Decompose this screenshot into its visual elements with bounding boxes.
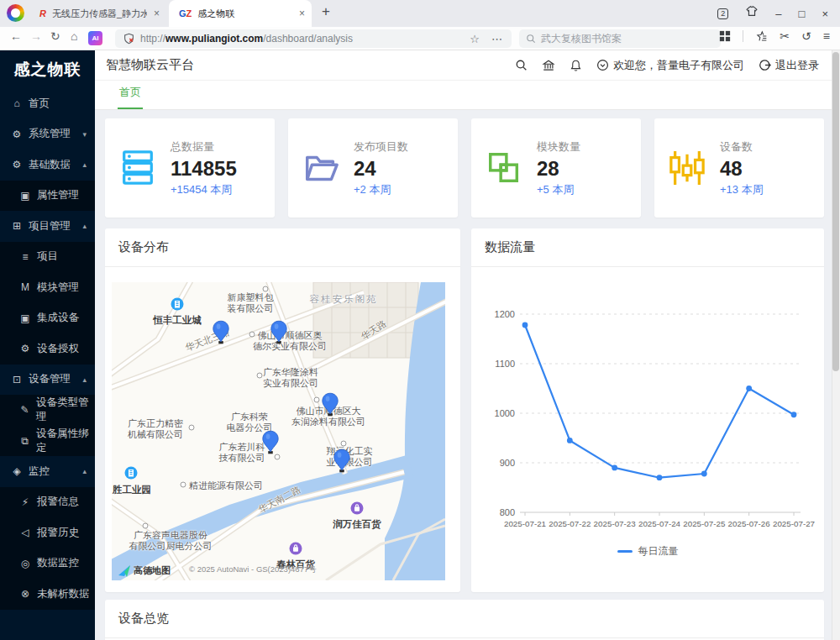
address-bar[interactable]: http://www.puliangiot.com/dashboard/anal…: [115, 29, 512, 48]
welcome-user[interactable]: 欢迎您，普量电子有限公司: [596, 58, 744, 73]
maximize-button[interactable]: □: [799, 8, 806, 20]
svg-text:2025-07-27: 2025-07-27: [773, 519, 815, 528]
device-marker-icon[interactable]: [270, 320, 288, 349]
app-logo[interactable]: 感之物联: [0, 50, 95, 88]
tab-close-icon[interactable]: ×: [299, 8, 305, 19]
browser-tab-strip: R无线压力传感器_静力水准仪_×GZ感之物联× + 2 – □ ×: [0, 0, 840, 27]
minimize-button[interactable]: –: [775, 8, 781, 20]
sidebar-item-label: 集成设备: [37, 311, 79, 325]
platform-title: 智慧物联云平台: [106, 57, 515, 73]
amap-logo: 高德地图: [118, 564, 171, 577]
screenshot-scissors-icon[interactable]: ✂: [780, 29, 790, 43]
ai-assistant-icon[interactable]: AI: [88, 31, 102, 45]
data-traffic-panel: 数据流量 8009001000110012002025-07-212025-07…: [471, 228, 824, 592]
device-marker-icon[interactable]: [333, 449, 351, 477]
sidebar-item-label: 设备类型管理: [36, 396, 95, 424]
url-more-icon[interactable]: ⋯: [491, 33, 503, 45]
stat-delta: +15454 本周: [171, 182, 237, 197]
sidebar-item-项目[interactable]: ≡项目: [0, 242, 95, 273]
pen-icon: ✎: [19, 404, 30, 416]
refresh-button[interactable]: ↻: [50, 29, 60, 43]
traffic-chart[interactable]: 8009001000110012002025-07-212025-07-2220…: [471, 267, 824, 543]
svg-text:1100: 1100: [495, 359, 515, 369]
browser-logo-icon[interactable]: [7, 4, 24, 22]
map-poi-label: 广东容声电器股份有限公司厨电分公司: [129, 530, 213, 552]
apps-grid-icon[interactable]: [719, 30, 731, 42]
svg-text:2025-07-23: 2025-07-23: [594, 519, 637, 528]
tab-favicon: R: [39, 8, 46, 18]
sidebar-item-label: 监控: [29, 464, 50, 479]
browser-tab[interactable]: R无线压力传感器_静力水准仪_×: [29, 0, 166, 27]
tab-close-icon[interactable]: ×: [154, 8, 160, 19]
tab-favicon: GZ: [179, 8, 192, 18]
folder-icon: [288, 149, 354, 187]
search-placeholder: 武大复核图书馆案: [541, 32, 622, 46]
map-poi-dot: [143, 523, 149, 529]
undo-icon[interactable]: ↺: [801, 29, 811, 43]
sidebar-item-报警历史[interactable]: ◁报警历史: [0, 517, 95, 548]
device-marker-icon[interactable]: [212, 320, 230, 349]
svg-text:2025-07-22: 2025-07-22: [549, 519, 591, 528]
home-button[interactable]: ⌂: [71, 29, 77, 43]
map-poi-label: 容桂安乐阁苑: [310, 294, 378, 305]
sidebar-item-设备授权[interactable]: ⚙设备授权: [0, 333, 95, 365]
shield-icon[interactable]: [123, 33, 134, 45]
sidebar-item-label: 设备管理: [29, 372, 71, 386]
new-tab-button[interactable]: +: [322, 3, 330, 20]
sidebar-item-集成设备[interactable]: ▣集成设备: [0, 303, 95, 334]
svg-text:1200: 1200: [495, 309, 515, 319]
sidebar-item-设备属性绑定[interactable]: ⧉设备属性绑定: [0, 426, 95, 457]
tab-count-badge[interactable]: 2: [717, 8, 728, 19]
sidebar-item-未解析数据[interactable]: ⊗未解析数据: [0, 579, 95, 610]
svg-text:800: 800: [500, 507, 515, 517]
notification-bell-icon[interactable]: [570, 59, 582, 72]
logout-button[interactable]: 退出登录: [759, 58, 819, 73]
list-icon: ≡: [19, 251, 31, 263]
map-poi-dot: [189, 425, 195, 431]
chart-legend[interactable]: 每日流量: [471, 544, 824, 559]
gear-icon: ⚙: [11, 159, 23, 170]
sidebar-item-项目管理[interactable]: ⊞项目管理▴: [0, 211, 95, 242]
svg-text:2025-07-25: 2025-07-25: [683, 519, 726, 528]
page-scrollbar[interactable]: [832, 50, 840, 640]
browser-tab[interactable]: GZ感之物联×: [169, 0, 312, 27]
collect-star-icon[interactable]: [755, 30, 768, 42]
device-map[interactable]: 新康塑料包装有限公司容桂安乐阁苑恒丰工业城华天北三路华天路佛山市顺德区奥德尔实业…: [112, 282, 445, 580]
forward-button[interactable]: →: [30, 29, 42, 43]
map-poi-label: 广东正力精密机械有限公司: [128, 418, 183, 440]
sidebar-item-属性管理[interactable]: ▣属性管理: [0, 181, 95, 212]
tab-home[interactable]: 首页: [118, 85, 143, 109]
sidebar-item-数据监控[interactable]: ◎数据监控: [0, 548, 95, 580]
sidebar-item-模块管理[interactable]: M模块管理: [0, 272, 95, 303]
sidebar-item-label: 基础数据: [29, 158, 71, 172]
sidebar-item-设备类型管理[interactable]: ✎设备类型管理: [0, 395, 95, 426]
bank-icon[interactable]: [542, 59, 555, 72]
browser-navbar: ← → ↻ ⌂ AI http://www.puliangiot.com/das…: [0, 27, 840, 50]
close-window-button[interactable]: ×: [822, 8, 828, 20]
bookmark-star-icon[interactable]: ☆: [470, 33, 480, 45]
scrollbar-thumb[interactable]: [832, 52, 839, 371]
browser-search-box[interactable]: 武大复核图书馆案: [519, 29, 721, 48]
chevron-down-icon: ▾: [82, 130, 87, 139]
stat-value: 114855: [171, 157, 237, 181]
sidebar-item-label: 设备授权: [37, 342, 79, 356]
back-button[interactable]: ←: [10, 29, 22, 43]
app-header: 智慧物联云平台 欢迎您，普量电子有限公司: [95, 50, 840, 81]
devices-icon: [654, 150, 720, 186]
sidebar-item-设备管理[interactable]: ⊡设备管理▴: [0, 365, 95, 396]
shop-icon: [350, 501, 364, 518]
building-icon: [171, 297, 184, 314]
sidebar-item-报警信息[interactable]: ⚡报警信息: [0, 487, 95, 518]
map-poi-dot: [257, 373, 263, 379]
browser-menu-icon[interactable]: ≡: [823, 29, 830, 43]
device-marker-icon[interactable]: [261, 430, 280, 459]
theme-shirt-icon[interactable]: [745, 5, 759, 22]
sidebar-item-监控[interactable]: ◈监控▴: [0, 456, 95, 487]
svg-text:2025-07-24: 2025-07-24: [638, 519, 681, 528]
device-marker-icon[interactable]: [321, 392, 339, 421]
map-poi-dot: [314, 397, 320, 403]
sidebar-item-系统管理[interactable]: ⚙系统管理▾: [0, 119, 95, 150]
sidebar-item-首页[interactable]: ⌂首页: [0, 88, 95, 119]
sidebar-item-基础数据[interactable]: ⚙基础数据▴: [0, 150, 95, 181]
header-search-icon[interactable]: [515, 59, 528, 71]
